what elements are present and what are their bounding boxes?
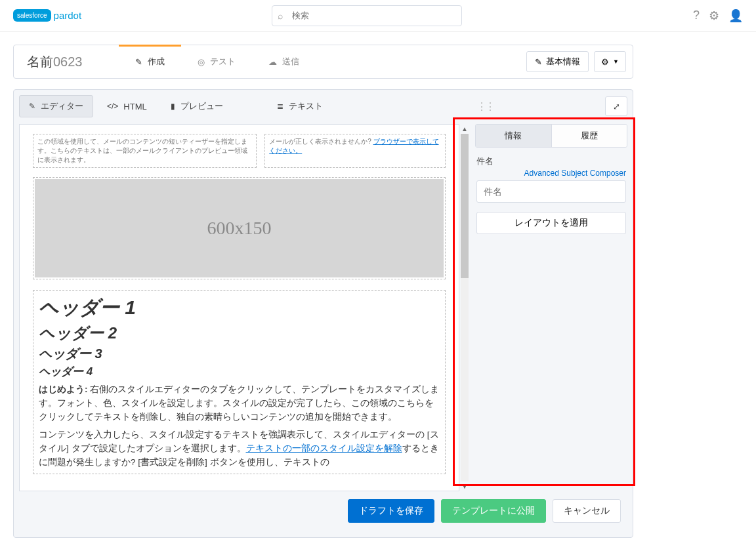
side-panel: 情報 履歴 件名 Advanced Subject Composer レイアウト… [470,124,627,491]
workspace-panel: ✎ エディター </> HTML ▮ プレビュー ≣ テキスト ⋮⋮ ⤢ [13,89,633,538]
search-icon: ⌕ [278,10,283,21]
publish-template-button[interactable]: テンプレートに公開 [441,499,546,523]
header-actions: ✎ 基本情報 ⚙ ▼ [526,51,633,72]
title-suffix: 0623 [53,54,83,69]
apply-layout-button[interactable]: レイアウトを適用 [476,212,626,234]
top-right-icons: ? ⚙ 👤 [693,9,743,23]
title-prefix: 名前 [27,54,53,69]
step-tabs: ✎ 作成 ◎ テスト ☁ 送信 [119,45,316,78]
p1-lead: はじめよう: [39,384,88,394]
save-draft-button[interactable]: ドラフトを保存 [348,499,434,523]
tool-preview[interactable]: ▮ プレビュー [161,95,233,117]
body-text-region[interactable]: ヘッダー 1 ヘッダー 2 ヘッダー 3 ヘッダー 4 はじめよう: 右側のスタ… [33,290,446,474]
hero-image-region[interactable]: 600x150 [33,177,446,279]
step-test[interactable]: ◎ テスト [181,45,252,78]
side-tab-history[interactable]: 履歴 [551,125,627,147]
footer-actions: ドラフトを保存 テンプレートに公開 キャンセル [19,491,627,532]
caret-down-icon: ▼ [613,58,619,65]
step-send[interactable]: ☁ 送信 [252,45,316,78]
heading-3: ヘッダー 3 [39,345,440,363]
settings-dropdown-button[interactable]: ⚙ ▼ [594,51,626,72]
tool-html[interactable]: </> HTML [97,96,157,117]
settings-gear-icon[interactable]: ⚙ [709,9,719,23]
editor-icon: ✎ [29,102,35,111]
send-icon: ☁ [268,57,277,67]
tool-preview-label: プレビュー [180,100,223,112]
topbar: salesforce pardot ⌕ ? ⚙ 👤 [0,0,756,31]
product-name: pardot [54,10,82,21]
editor-canvas[interactable]: この領域を使用して、メールのコンテンツの短いティーザーを指定します。こちらのテキ… [19,124,459,491]
step-compose[interactable]: ✎ 作成 [119,45,181,78]
scroll-up-arrow[interactable]: ▲ [461,125,468,132]
side-tab-info[interactable]: 情報 [476,125,551,147]
scroll-track[interactable] [461,134,469,481]
basic-info-label: 基本情報 [546,56,580,68]
canvas-scrollbar[interactable]: ▲ ▼ [459,124,470,491]
expand-button[interactable]: ⤢ [605,96,627,116]
code-icon: </> [107,102,118,111]
page-title: 名前0623 [14,53,119,71]
file-icon: ▮ [171,102,175,111]
pane-resize-handle[interactable]: ⋮⋮ [471,100,499,113]
hero-placeholder: 600x150 [35,179,444,277]
salesforce-logo: salesforce [13,9,51,22]
p1-rest: 右側のスタイルエディターのタブをクリックして、テンプレートをカスタマイズします。… [39,384,439,422]
unstyle-text-link[interactable]: テキストの一部のスタイル設定を解除 [246,443,402,453]
subject-label: 件名 [476,155,626,167]
global-search: ⌕ [272,5,462,26]
browser-view-lead: メールが正しく表示されませんか? [269,138,373,145]
tool-html-label: HTML [123,102,146,112]
test-icon: ◎ [198,57,205,67]
compose-icon: ✎ [135,57,142,67]
advanced-subject-link[interactable]: Advanced Subject Composer [476,169,626,178]
basic-info-button[interactable]: ✎ 基本情報 [526,51,589,72]
body-paragraph-2: コンテンツを入力したら、スタイル設定するテキストを強調表示して、スタイルエディタ… [39,428,440,470]
heading-4: ヘッダー 4 [39,364,440,379]
search-input[interactable] [272,5,462,26]
tool-editor-label: エディター [41,100,83,112]
pencil-icon: ✎ [535,57,542,67]
teaser-text-region[interactable]: この領域を使用して、メールのコンテンツの短いティーザーを指定します。こちらのテキ… [33,134,257,168]
gear-icon: ⚙ [601,57,609,67]
tool-editor[interactable]: ✎ エディター [19,95,93,117]
tool-text[interactable]: ≣ テキスト [267,95,333,117]
expand-icon: ⤢ [613,102,620,112]
tool-row: ✎ エディター </> HTML ▮ プレビュー ≣ テキスト ⋮⋮ ⤢ [19,95,627,117]
side-tabs: 情報 履歴 [475,124,627,148]
help-icon[interactable]: ? [693,9,700,23]
subject-input[interactable] [476,180,626,203]
tool-text-label: テキスト [289,100,323,112]
scroll-thumb[interactable] [461,134,469,278]
step-compose-label: 作成 [148,56,165,68]
scroll-down-arrow[interactable]: ▼ [461,483,468,490]
step-send-label: 送信 [282,56,299,68]
list-icon: ≣ [277,102,284,111]
browser-view-region[interactable]: メールが正しく表示されませんか? ブラウザーで表示してください。 [264,134,446,168]
cancel-button[interactable]: キャンセル [553,499,621,523]
action-header: 名前0623 ✎ 作成 ◎ テスト ☁ 送信 ✎ 基本情報 ⚙ ▼ [13,45,633,79]
heading-1: ヘッダー 1 [39,295,440,321]
step-test-label: テスト [210,56,236,68]
heading-2: ヘッダー 2 [39,323,440,344]
body-paragraph-1: はじめよう: 右側のスタイルエディターのタブをクリックして、テンプレートをカスタ… [39,383,440,424]
user-icon[interactable]: 👤 [728,9,743,23]
